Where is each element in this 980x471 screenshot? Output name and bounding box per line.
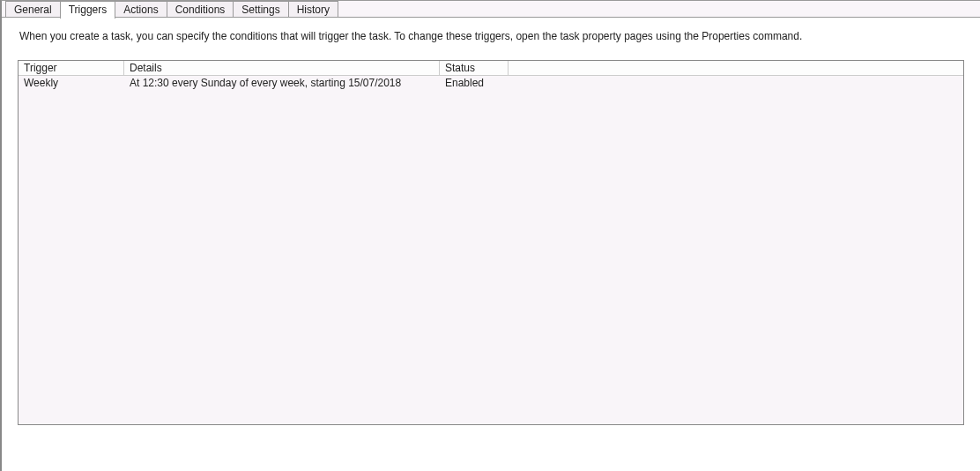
tab-settings[interactable]: Settings <box>233 1 288 18</box>
triggers-list[interactable]: Trigger Details Status Weekly At 12:30 e… <box>18 60 964 425</box>
column-header-details[interactable]: Details <box>124 61 440 76</box>
tab-content: When you create a task, you can specify … <box>2 17 980 471</box>
column-header-status[interactable]: Status <box>440 61 509 76</box>
cell-status: Enabled <box>440 77 509 89</box>
column-header-spacer <box>509 61 963 76</box>
table-row[interactable]: Weekly At 12:30 every Sunday of every we… <box>19 76 963 89</box>
list-header: Trigger Details Status <box>19 61 963 76</box>
tab-bar: General Triggers Actions Conditions Sett… <box>2 1 980 18</box>
tab-conditions[interactable]: Conditions <box>167 1 234 18</box>
tab-triggers[interactable]: Triggers <box>60 1 116 19</box>
triggers-description: When you create a task, you can specify … <box>19 30 964 42</box>
tab-history[interactable]: History <box>288 1 338 18</box>
cell-trigger: Weekly <box>19 77 124 89</box>
column-header-trigger[interactable]: Trigger <box>19 61 124 76</box>
tab-actions[interactable]: Actions <box>115 1 167 18</box>
tab-general[interactable]: General <box>5 1 61 18</box>
cell-details: At 12:30 every Sunday of every week, sta… <box>124 77 440 89</box>
